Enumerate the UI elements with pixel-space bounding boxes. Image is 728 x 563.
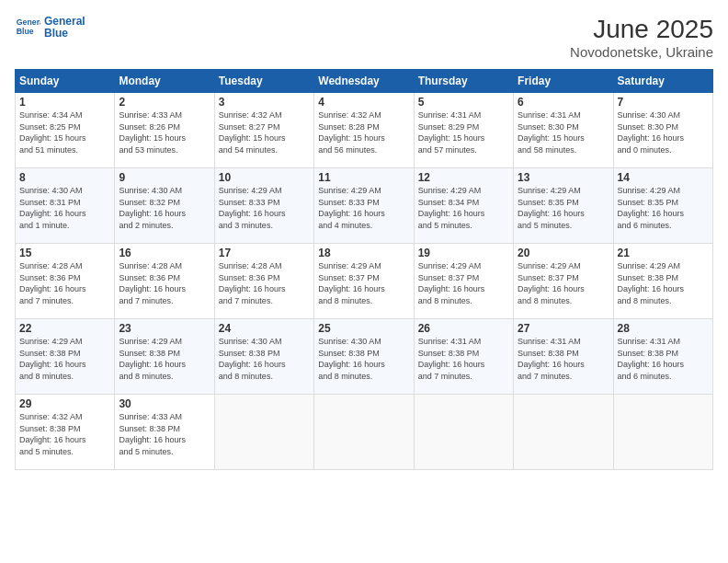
table-row: 26Sunrise: 4:31 AM Sunset: 8:38 PM Dayli… [414, 319, 513, 395]
table-row: 16Sunrise: 4:28 AM Sunset: 8:36 PM Dayli… [115, 244, 214, 319]
day-number: 17 [219, 247, 310, 259]
day-info: Sunrise: 4:29 AM Sunset: 8:35 PM Dayligh… [618, 185, 709, 231]
day-info: Sunrise: 4:29 AM Sunset: 8:38 PM Dayligh… [119, 336, 210, 382]
day-number: 10 [219, 171, 310, 184]
day-number: 2 [119, 96, 210, 109]
logo-icon: General Blue [15, 15, 40, 40]
table-row: 19Sunrise: 4:29 AM Sunset: 8:37 PM Dayli… [414, 244, 513, 319]
day-number: 28 [618, 322, 709, 335]
day-info: Sunrise: 4:29 AM Sunset: 8:34 PM Dayligh… [418, 185, 509, 231]
table-row: 18Sunrise: 4:29 AM Sunset: 8:37 PM Dayli… [314, 244, 414, 319]
calendar-header-row: Sunday Monday Tuesday Wednesday Thursday… [16, 70, 713, 93]
day-info: Sunrise: 4:29 AM Sunset: 8:38 PM Dayligh… [19, 336, 110, 382]
day-info: Sunrise: 4:31 AM Sunset: 8:38 PM Dayligh… [518, 336, 609, 382]
day-info: Sunrise: 4:29 AM Sunset: 8:33 PM Dayligh… [219, 185, 310, 231]
day-number: 30 [119, 397, 210, 410]
day-info: Sunrise: 4:34 AM Sunset: 8:25 PM Dayligh… [19, 109, 110, 155]
calendar-subtitle: Novodonetske, Ukraine [570, 44, 713, 60]
calendar-week-row: 1Sunrise: 4:34 AM Sunset: 8:25 PM Daylig… [16, 93, 713, 168]
day-info: Sunrise: 4:30 AM Sunset: 8:30 PM Dayligh… [618, 109, 709, 155]
table-row: 7Sunrise: 4:30 AM Sunset: 8:30 PM Daylig… [613, 93, 712, 168]
table-row [414, 395, 513, 470]
day-number: 11 [318, 171, 409, 184]
table-row: 4Sunrise: 4:32 AM Sunset: 8:28 PM Daylig… [314, 93, 414, 168]
day-info: Sunrise: 4:30 AM Sunset: 8:31 PM Dayligh… [19, 185, 110, 231]
day-info: Sunrise: 4:29 AM Sunset: 8:38 PM Dayligh… [618, 260, 709, 306]
day-info: Sunrise: 4:31 AM Sunset: 8:29 PM Dayligh… [418, 109, 509, 155]
logo: General Blue General Blue [15, 15, 85, 40]
day-info: Sunrise: 4:30 AM Sunset: 8:38 PM Dayligh… [219, 336, 310, 382]
col-wednesday: Wednesday [314, 70, 414, 93]
table-row: 2Sunrise: 4:33 AM Sunset: 8:26 PM Daylig… [115, 93, 214, 168]
table-row: 17Sunrise: 4:28 AM Sunset: 8:36 PM Dayli… [214, 244, 313, 319]
table-row: 11Sunrise: 4:29 AM Sunset: 8:33 PM Dayli… [314, 168, 414, 244]
title-block: June 2025 Novodonetske, Ukraine [570, 15, 713, 60]
table-row: 29Sunrise: 4:32 AM Sunset: 8:38 PM Dayli… [16, 395, 115, 470]
table-row: 25Sunrise: 4:30 AM Sunset: 8:38 PM Dayli… [314, 319, 414, 395]
page-header: General Blue General Blue June 2025 Novo… [15, 15, 713, 60]
table-row: 1Sunrise: 4:34 AM Sunset: 8:25 PM Daylig… [16, 93, 115, 168]
day-number: 3 [219, 96, 310, 109]
day-number: 9 [119, 171, 210, 184]
day-info: Sunrise: 4:31 AM Sunset: 8:38 PM Dayligh… [618, 336, 709, 382]
calendar-table: Sunday Monday Tuesday Wednesday Thursday… [15, 69, 713, 470]
day-info: Sunrise: 4:30 AM Sunset: 8:32 PM Dayligh… [119, 185, 210, 231]
table-row: 22Sunrise: 4:29 AM Sunset: 8:38 PM Dayli… [16, 319, 115, 395]
svg-text:General: General [17, 17, 40, 27]
day-number: 13 [518, 171, 609, 184]
day-info: Sunrise: 4:28 AM Sunset: 8:36 PM Dayligh… [119, 260, 210, 306]
table-row: 12Sunrise: 4:29 AM Sunset: 8:34 PM Dayli… [414, 168, 513, 244]
day-number: 23 [119, 322, 210, 335]
col-sunday: Sunday [16, 70, 115, 93]
table-row [613, 395, 712, 470]
col-friday: Friday [514, 70, 613, 93]
day-number: 19 [418, 247, 509, 259]
table-row: 21Sunrise: 4:29 AM Sunset: 8:38 PM Dayli… [613, 244, 712, 319]
day-info: Sunrise: 4:31 AM Sunset: 8:38 PM Dayligh… [418, 336, 509, 382]
col-thursday: Thursday [414, 70, 513, 93]
day-number: 16 [119, 247, 210, 259]
col-monday: Monday [115, 70, 214, 93]
day-number: 6 [518, 96, 609, 109]
calendar-title: June 2025 [570, 15, 713, 44]
table-row: 6Sunrise: 4:31 AM Sunset: 8:30 PM Daylig… [514, 93, 613, 168]
table-row [314, 395, 414, 470]
day-info: Sunrise: 4:29 AM Sunset: 8:37 PM Dayligh… [518, 260, 609, 306]
table-row: 5Sunrise: 4:31 AM Sunset: 8:29 PM Daylig… [414, 93, 513, 168]
day-number: 1 [19, 96, 110, 109]
day-info: Sunrise: 4:30 AM Sunset: 8:38 PM Dayligh… [318, 336, 409, 382]
day-info: Sunrise: 4:28 AM Sunset: 8:36 PM Dayligh… [19, 260, 110, 306]
svg-text:Blue: Blue [17, 27, 34, 36]
table-row: 20Sunrise: 4:29 AM Sunset: 8:37 PM Dayli… [514, 244, 613, 319]
day-number: 24 [219, 322, 310, 335]
table-row: 13Sunrise: 4:29 AM Sunset: 8:35 PM Dayli… [514, 168, 613, 244]
table-row: 10Sunrise: 4:29 AM Sunset: 8:33 PM Dayli… [214, 168, 313, 244]
calendar-week-row: 22Sunrise: 4:29 AM Sunset: 8:38 PM Dayli… [16, 319, 713, 395]
col-saturday: Saturday [613, 70, 712, 93]
day-info: Sunrise: 4:32 AM Sunset: 8:28 PM Dayligh… [318, 109, 409, 155]
day-number: 15 [19, 247, 110, 259]
table-row: 9Sunrise: 4:30 AM Sunset: 8:32 PM Daylig… [115, 168, 214, 244]
day-number: 22 [19, 322, 110, 335]
table-row [214, 395, 313, 470]
table-row: 15Sunrise: 4:28 AM Sunset: 8:36 PM Dayli… [16, 244, 115, 319]
day-info: Sunrise: 4:29 AM Sunset: 8:37 PM Dayligh… [318, 260, 409, 306]
day-info: Sunrise: 4:31 AM Sunset: 8:30 PM Dayligh… [518, 109, 609, 155]
day-info: Sunrise: 4:29 AM Sunset: 8:37 PM Dayligh… [418, 260, 509, 306]
day-number: 5 [418, 96, 509, 109]
calendar-week-row: 29Sunrise: 4:32 AM Sunset: 8:38 PM Dayli… [16, 395, 713, 470]
day-info: Sunrise: 4:33 AM Sunset: 8:38 PM Dayligh… [119, 411, 210, 457]
day-number: 29 [19, 397, 110, 410]
day-number: 25 [318, 322, 409, 335]
day-info: Sunrise: 4:32 AM Sunset: 8:27 PM Dayligh… [219, 109, 310, 155]
table-row: 23Sunrise: 4:29 AM Sunset: 8:38 PM Dayli… [115, 319, 214, 395]
col-tuesday: Tuesday [214, 70, 313, 93]
day-number: 12 [418, 171, 509, 184]
table-row: 30Sunrise: 4:33 AM Sunset: 8:38 PM Dayli… [115, 395, 214, 470]
day-number: 27 [518, 322, 609, 335]
day-info: Sunrise: 4:29 AM Sunset: 8:35 PM Dayligh… [518, 185, 609, 231]
calendar-week-row: 8Sunrise: 4:30 AM Sunset: 8:31 PM Daylig… [16, 168, 713, 244]
day-number: 20 [518, 247, 609, 259]
table-row: 27Sunrise: 4:31 AM Sunset: 8:38 PM Dayli… [514, 319, 613, 395]
day-info: Sunrise: 4:32 AM Sunset: 8:38 PM Dayligh… [19, 411, 110, 457]
